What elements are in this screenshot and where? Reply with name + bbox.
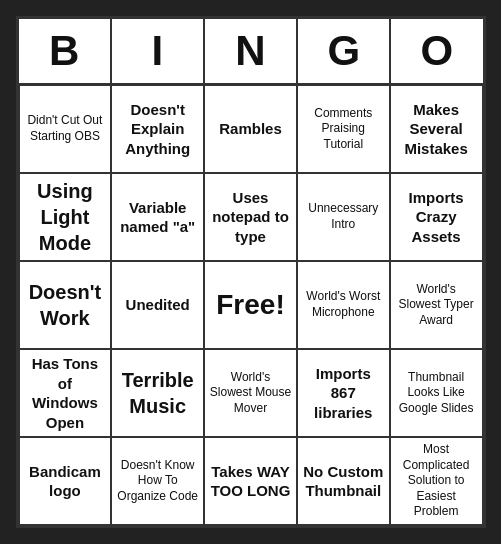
bingo-cell: Uses notepad to type (204, 173, 297, 261)
bingo-cell: World's Worst Microphone (297, 261, 390, 349)
bingo-cell: Unnecessary Intro (297, 173, 390, 261)
bingo-cell: Doesn't Work (19, 261, 112, 349)
header-letter: N (205, 19, 298, 83)
bingo-header: BINGO (19, 19, 483, 83)
bingo-card: BINGO Didn't Cut Out Starting OBSDoesn't… (16, 16, 486, 528)
bingo-cell: Using Light Mode (19, 173, 112, 261)
bingo-cell: Comments Praising Tutorial (297, 85, 390, 173)
bingo-cell: Imports 867 libraries (297, 349, 390, 437)
bingo-cell: Variable named "a" (111, 173, 204, 261)
bingo-cell: Thumbnail Looks Like Google Slides (390, 349, 483, 437)
bingo-cell: Takes WAY TOO LONG (204, 437, 297, 525)
bingo-cell: Bandicam logo (19, 437, 112, 525)
bingo-cell: Doesn't Explain Anything (111, 85, 204, 173)
header-letter: G (298, 19, 391, 83)
bingo-cell: World's Slowest Mouse Mover (204, 349, 297, 437)
bingo-cell: Rambles (204, 85, 297, 173)
bingo-cell: World's Slowest Typer Award (390, 261, 483, 349)
bingo-cell: Terrible Music (111, 349, 204, 437)
bingo-cell: Doesn't Know How To Organize Code (111, 437, 204, 525)
header-letter: O (391, 19, 482, 83)
bingo-cell: Makes Several Mistakes (390, 85, 483, 173)
bingo-cell: Most Complicated Solution to Easiest Pro… (390, 437, 483, 525)
bingo-cell: Has Tons of Windows Open (19, 349, 112, 437)
bingo-cell: Imports Crazy Assets (390, 173, 483, 261)
bingo-grid: Didn't Cut Out Starting OBSDoesn't Expla… (19, 83, 483, 525)
bingo-cell: Unedited (111, 261, 204, 349)
header-letter: I (112, 19, 205, 83)
bingo-cell: Didn't Cut Out Starting OBS (19, 85, 112, 173)
header-letter: B (19, 19, 112, 83)
bingo-cell: Free! (204, 261, 297, 349)
bingo-cell: No Custom Thumbnail (297, 437, 390, 525)
